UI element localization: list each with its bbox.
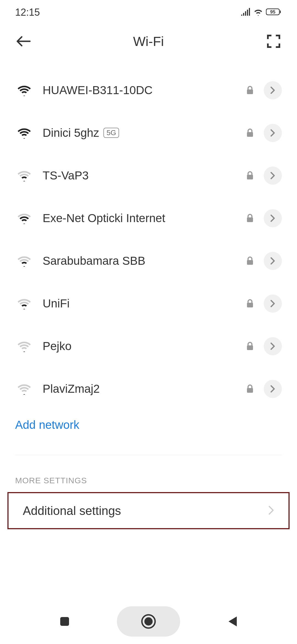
chevron-right-icon bbox=[270, 214, 275, 222]
status-bar: 12:15 95 bbox=[0, 0, 297, 25]
network-name: Pejko bbox=[33, 340, 243, 353]
network-details-button[interactable] bbox=[264, 167, 282, 185]
lock-icon bbox=[243, 342, 257, 351]
svg-rect-11 bbox=[60, 617, 69, 626]
lock-icon bbox=[243, 86, 257, 95]
lock-icon bbox=[243, 171, 257, 180]
wifi-signal-icon bbox=[15, 127, 33, 139]
network-details-button[interactable] bbox=[264, 380, 282, 398]
network-row[interactable]: HUAWEI-B311-10DC bbox=[0, 69, 297, 111]
wifi-signal-icon bbox=[15, 255, 33, 267]
cellular-signal-icon bbox=[241, 8, 251, 17]
network-name: Sarabubamara SBB bbox=[33, 254, 243, 268]
svg-point-13 bbox=[144, 617, 153, 626]
chevron-right-icon bbox=[270, 257, 275, 265]
chevron-right-icon bbox=[268, 505, 274, 516]
chevron-right-icon bbox=[270, 172, 275, 179]
network-name: Dinici 5ghz5G bbox=[33, 126, 243, 140]
wifi-status-icon bbox=[253, 8, 263, 17]
badge-5g: 5G bbox=[103, 128, 119, 138]
lock-icon bbox=[243, 299, 257, 308]
scan-icon bbox=[267, 34, 280, 48]
arrow-left-icon bbox=[16, 36, 31, 47]
svg-rect-3 bbox=[247, 89, 253, 94]
network-name: PlaviZmaj2 bbox=[33, 382, 243, 395]
triangle-left-icon bbox=[227, 615, 238, 627]
network-name: UniFi bbox=[33, 297, 243, 310]
lock-icon bbox=[243, 384, 257, 393]
more-settings-header: MORE SETTINGS bbox=[0, 455, 297, 491]
network-details-button[interactable] bbox=[264, 294, 282, 313]
network-details-button[interactable] bbox=[264, 124, 282, 142]
scan-qr-button[interactable] bbox=[265, 33, 282, 50]
wifi-signal-icon bbox=[15, 84, 33, 96]
add-network-button[interactable]: Add network bbox=[0, 410, 297, 440]
app-bar: Wi-Fi bbox=[0, 25, 297, 58]
svg-rect-9 bbox=[247, 345, 253, 350]
network-row[interactable]: Exe-Net Opticki Internet bbox=[0, 197, 297, 239]
network-details-button[interactable] bbox=[264, 252, 282, 270]
status-icons: 95 bbox=[241, 8, 282, 17]
svg-rect-5 bbox=[247, 175, 253, 179]
lock-icon bbox=[243, 214, 257, 223]
wifi-signal-icon bbox=[15, 340, 33, 352]
network-row[interactable]: PlaviZmaj2 bbox=[0, 367, 297, 410]
nav-home-button[interactable] bbox=[117, 606, 180, 637]
network-details-button[interactable] bbox=[264, 209, 282, 227]
navigation-bar bbox=[0, 599, 297, 644]
square-icon bbox=[59, 616, 70, 627]
content: HUAWEI-B311-10DC Dinici 5ghz5G TS-VaP3 E… bbox=[0, 58, 297, 529]
svg-rect-6 bbox=[247, 217, 253, 222]
circle-icon bbox=[141, 613, 156, 629]
lock-icon bbox=[243, 256, 257, 265]
page-title: Wi-Fi bbox=[32, 34, 265, 49]
back-button[interactable] bbox=[15, 33, 32, 50]
network-row[interactable]: Sarabubamara SBB bbox=[0, 239, 297, 282]
network-name: HUAWEI-B311-10DC bbox=[33, 84, 243, 97]
nav-recent-button[interactable] bbox=[54, 610, 76, 632]
svg-rect-10 bbox=[247, 388, 253, 393]
svg-rect-8 bbox=[247, 303, 253, 307]
lock-icon bbox=[243, 129, 257, 137]
svg-text:95: 95 bbox=[270, 9, 276, 15]
battery-icon: 95 bbox=[266, 8, 282, 17]
wifi-signal-icon bbox=[15, 298, 33, 309]
network-row[interactable]: Dinici 5ghz5G bbox=[0, 111, 297, 154]
network-name: TS-VaP3 bbox=[33, 169, 243, 182]
status-time: 12:15 bbox=[15, 7, 40, 18]
network-details-button[interactable] bbox=[264, 337, 282, 355]
chevron-right-icon bbox=[270, 129, 275, 137]
chevron-right-icon bbox=[270, 342, 275, 350]
wifi-signal-icon bbox=[15, 212, 33, 224]
chevron-right-icon bbox=[270, 300, 275, 307]
chevron-right-icon bbox=[270, 86, 275, 94]
svg-rect-1 bbox=[280, 10, 281, 13]
network-row[interactable]: UniFi bbox=[0, 282, 297, 325]
network-row[interactable]: TS-VaP3 bbox=[0, 154, 297, 197]
svg-rect-4 bbox=[247, 132, 253, 137]
additional-settings-label: Additional settings bbox=[23, 504, 121, 518]
network-row[interactable]: Pejko bbox=[0, 325, 297, 367]
network-list: HUAWEI-B311-10DC Dinici 5ghz5G TS-VaP3 E… bbox=[0, 69, 297, 410]
chevron-right-icon bbox=[270, 385, 275, 393]
network-name: Exe-Net Opticki Internet bbox=[33, 212, 243, 225]
wifi-signal-icon bbox=[15, 383, 33, 395]
svg-rect-7 bbox=[247, 260, 253, 265]
wifi-signal-icon bbox=[15, 170, 33, 181]
nav-back-button[interactable] bbox=[221, 610, 243, 632]
additional-settings-row[interactable]: Additional settings bbox=[7, 492, 290, 529]
network-details-button[interactable] bbox=[264, 81, 282, 99]
